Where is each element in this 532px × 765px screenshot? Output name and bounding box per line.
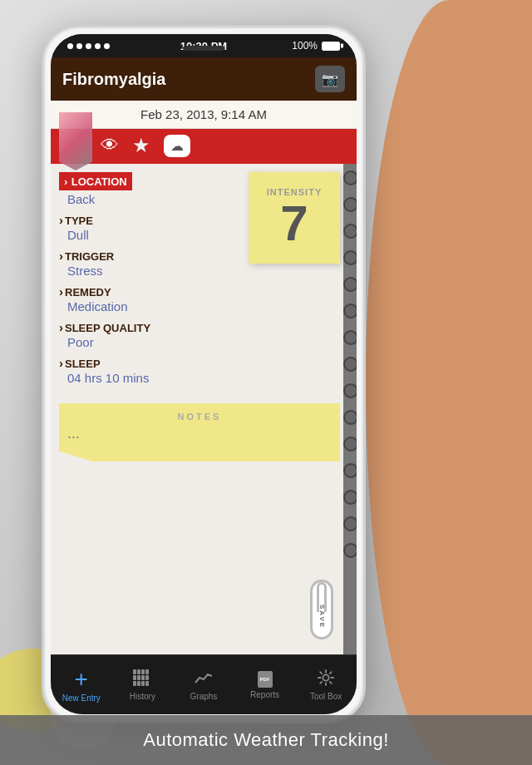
- phone-speaker: [183, 46, 224, 51]
- tab-toolbox[interactable]: Tool Box: [295, 655, 357, 714]
- spiral-ring: [343, 543, 357, 558]
- camera-icon: 📷: [322, 72, 338, 87]
- svg-rect-11: [145, 681, 149, 686]
- svg-rect-5: [137, 675, 140, 680]
- bottom-banner-text: Automatic Weather Tracking!: [143, 729, 389, 751]
- date-bar: Feb 23, 2013, 9:14 AM: [51, 101, 357, 129]
- save-label: SAVE: [318, 605, 326, 629]
- eye-icon[interactable]: 👁: [101, 135, 119, 156]
- app-screen: Fibromyalgia 📷 Feb 23, 2013, 9:14 AM 👁 ★…: [51, 57, 357, 714]
- battery-fill: [323, 42, 339, 50]
- app-title: Fibromyalgia: [62, 70, 165, 89]
- svg-rect-6: [141, 675, 145, 680]
- spiral-binding: [343, 164, 357, 654]
- notes-area[interactable]: NOTES ...: [59, 403, 340, 461]
- svg-rect-0: [133, 669, 136, 674]
- app-header: Fibromyalgia 📷: [51, 57, 357, 101]
- tab-reports-label: Reports: [250, 690, 279, 699]
- notes-label: NOTES: [59, 403, 340, 425]
- sleep-section[interactable]: SLEEP 04 hrs 10 mins: [59, 356, 328, 385]
- phone-inner: 10:30 PM 100% Fibromyalgia 📷 Feb 23, 201…: [51, 34, 357, 714]
- hand-background: [366, 0, 532, 765]
- location-label-bg: › LOCATION: [59, 172, 132, 190]
- trigger-value: Stress: [67, 264, 328, 278]
- signal-dot-4: [95, 43, 101, 49]
- tab-bar: + New Entry: [51, 654, 357, 714]
- tab-toolbox-label: Tool Box: [310, 692, 342, 701]
- trigger-label: TRIGGER: [59, 250, 114, 263]
- signal-dot-5: [104, 43, 110, 49]
- svg-rect-8: [133, 681, 136, 686]
- graphs-icon: [195, 669, 213, 689]
- spiral-ring: [343, 224, 357, 239]
- svg-rect-3: [145, 669, 149, 674]
- spiral-ring: [343, 383, 357, 398]
- spiral-ring: [343, 277, 357, 292]
- intensity-value: 7: [280, 199, 308, 249]
- spiral-ring: [343, 437, 357, 452]
- paperclip-save[interactable]: SAVE: [310, 580, 337, 646]
- status-right: 100%: [292, 40, 340, 52]
- intensity-sticky-note: INTENSITY 7: [249, 172, 340, 264]
- new-entry-icon: +: [75, 668, 88, 691]
- svg-rect-4: [133, 675, 136, 680]
- svg-rect-7: [145, 675, 149, 680]
- camera-button[interactable]: 📷: [315, 66, 345, 92]
- notes-dots: ...: [59, 425, 340, 442]
- spiral-ring: [343, 250, 357, 265]
- remedy-value: Medication: [67, 299, 328, 313]
- tab-reports[interactable]: PDF Reports: [234, 655, 296, 714]
- battery-percent: 100%: [292, 40, 318, 52]
- content-area[interactable]: INTENSITY 7 › LOCATION Back: [51, 164, 357, 654]
- svg-point-12: [323, 674, 329, 680]
- battery-icon: [322, 42, 340, 51]
- location-label: LOCATION: [71, 175, 127, 188]
- sleep-label-row: SLEEP: [59, 356, 328, 371]
- tab-history-label: History: [130, 692, 155, 701]
- toolbox-icon: [317, 669, 335, 689]
- spiral-ring: [343, 490, 357, 505]
- sleep-quality-value: Poor: [67, 335, 328, 349]
- sleep-quality-section[interactable]: SLEEP QUALITY Poor: [59, 320, 328, 349]
- ribbon-area: 👁 ★ ☁: [51, 129, 357, 164]
- spiral-ring: [343, 516, 357, 531]
- remedy-label-row: REMEDY: [59, 284, 328, 299]
- plus-icon: +: [75, 666, 88, 692]
- spiral-ring: [343, 304, 357, 318]
- tab-new-entry[interactable]: + New Entry: [51, 655, 112, 714]
- spiral-ring: [343, 463, 357, 478]
- svg-rect-2: [141, 669, 145, 674]
- svg-rect-10: [141, 681, 145, 686]
- remedy-section[interactable]: REMEDY Medication: [59, 284, 328, 313]
- remedy-label: REMEDY: [59, 286, 111, 299]
- cloud-icon: ☁: [170, 139, 184, 153]
- paperclip-body: SAVE: [310, 580, 333, 639]
- sleep-label: SLEEP: [59, 358, 101, 370]
- spiral-ring: [343, 357, 357, 372]
- tab-graphs-label: Graphs: [190, 692, 218, 701]
- bookmark-tag: [59, 112, 92, 170]
- cloud-button[interactable]: ☁: [164, 135, 190, 157]
- sleep-value: 04 hrs 10 mins: [67, 371, 328, 385]
- sleep-quality-label-row: SLEEP QUALITY: [59, 320, 328, 335]
- tab-graphs[interactable]: Graphs: [173, 655, 234, 714]
- star-icon[interactable]: ★: [132, 134, 150, 157]
- reports-icon: PDF: [258, 671, 273, 688]
- spiral-ring: [343, 197, 357, 212]
- sleep-quality-label: SLEEP QUALITY: [59, 322, 150, 334]
- type-label: TYPE: [59, 215, 93, 227]
- spiral-ring: [343, 330, 357, 345]
- tab-new-entry-label: New Entry: [62, 693, 101, 703]
- signal-dot-1: [67, 43, 73, 49]
- signal-dots: [67, 43, 110, 49]
- signal-dot-3: [86, 43, 91, 49]
- spiral-ring: [343, 170, 357, 185]
- history-icon: [133, 669, 151, 689]
- ribbon-bar: [51, 129, 357, 162]
- svg-rect-9: [137, 681, 140, 686]
- svg-rect-1: [137, 669, 140, 674]
- ribbon-icons: 👁 ★ ☁: [101, 134, 190, 157]
- phone-frame: 10:30 PM 100% Fibromyalgia 📷 Feb 23, 201…: [42, 25, 366, 723]
- tab-history[interactable]: History: [112, 655, 174, 714]
- signal-dot-2: [76, 43, 82, 49]
